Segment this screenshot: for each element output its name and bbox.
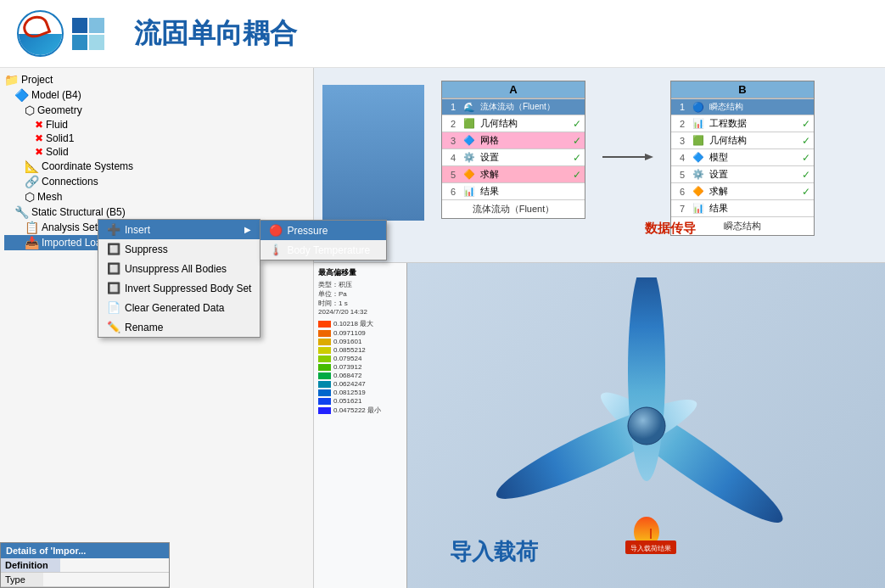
legend-color-0 [318, 321, 331, 328]
context-menu-clear[interactable]: 📄 Clear Generated Data [98, 298, 260, 317]
invert-icon: 🔲 [107, 282, 120, 294]
legend-color-1 [318, 330, 331, 337]
details-section-label: Definition [1, 558, 60, 572]
wf-label: 几何结构 [707, 134, 802, 147]
workbench-area: A 1 🌊 流体流动（Fluent） 2 🟩 几何结构 ✓ 3 [314, 68, 885, 263]
wf-label: 求解 [707, 185, 802, 198]
submenu-pressure[interactable]: 🔴 Pressure [260, 221, 386, 240]
legend-val-10: 0.0475222 最小 [333, 406, 381, 415]
legend-bar-4: 0.079524 [318, 355, 402, 362]
wf-num: 3 [675, 136, 690, 146]
wf-num: 5 [445, 170, 461, 180]
tree-label: Solid1 [46, 132, 74, 144]
details-type-row: Type [1, 573, 169, 587]
geometry-icon: ⬡ [25, 104, 35, 117]
check-icon: ✓ [573, 118, 581, 130]
tree-item-coord[interactable]: 📐 Coordinate Systems [4, 159, 309, 174]
context-menu-rename[interactable]: ✏️ Rename [98, 317, 260, 337]
check-icon: ✓ [802, 152, 810, 164]
context-menu-insert[interactable]: ➕ Insert ▶ 🔴 Pressure 🌡️ Body Temperatur… [98, 220, 260, 239]
tree-label: Project [21, 74, 53, 86]
wf-row-a6[interactable]: 6 📊 结果 [442, 182, 585, 199]
wf-label: 几何结构 [478, 117, 573, 130]
svg-text:导入载荷结果: 导入载荷结果 [630, 545, 671, 552]
context-menu-suppress-label: Suppress [125, 244, 168, 255]
tree-item-geometry[interactable]: ⬡ Geometry [4, 103, 309, 118]
wf-table-a: A 1 🌊 流体流动（Fluent） 2 🟩 几何结构 ✓ 3 [441, 81, 585, 219]
legend-val-5: 0.073912 [333, 363, 361, 371]
details-panel: Details of 'Impor... Definition Type [0, 542, 170, 588]
wf-row-b1[interactable]: 1 🔵 瞬态结构 [671, 98, 814, 115]
submenu: 🔴 Pressure 🌡️ Body Temperature [260, 220, 387, 260]
viz-3d: 导入载荷结果 导入载荷 [407, 263, 885, 588]
solveb-icon: 🔶 [690, 186, 707, 197]
tree-item-solid1[interactable]: ✖ Solid1 [4, 132, 309, 145]
wf-row-b5[interactable]: 5 ⚙️ 设置 ✓ [671, 165, 814, 182]
wf-num: 3 [445, 136, 461, 146]
tree-label: Model (B4) [31, 89, 81, 101]
wf-num: 5 [675, 170, 690, 180]
data-transfer-label: 数据传导 [645, 221, 696, 237]
wf-num: 4 [675, 153, 690, 163]
wf-row-b6[interactable]: 6 🔶 求解 ✓ [671, 182, 814, 199]
context-menu-unsuppress[interactable]: 🔲 Unsuppress All Bodies [98, 259, 260, 278]
check-icon: ✓ [573, 135, 581, 147]
wf-num: 4 [445, 153, 461, 163]
tree-item-project[interactable]: 📁 Project [4, 72, 309, 87]
logo-icon [17, 10, 64, 57]
wf-label: 求解 [478, 168, 573, 181]
context-menu-suppress[interactable]: 🔲 Suppress [98, 239, 260, 259]
fluid-x-icon: ✖ [35, 119, 43, 131]
legend-bar-7: 0.0624247 [318, 380, 402, 388]
legend-color-2 [318, 339, 331, 345]
legend-val-8: 0.0812519 [333, 389, 366, 396]
legend-bar-10: 0.0475222 最小 [318, 406, 402, 415]
result-icon: 📊 [461, 186, 478, 197]
check-icon: ✓ [573, 169, 581, 181]
wf-num: 2 [445, 119, 461, 129]
tree-item-solid[interactable]: ✖ Solid [4, 145, 309, 159]
legend-bar-3: 0.0855212 [318, 346, 402, 354]
legend-subtitle: 类型：积压 [318, 280, 402, 289]
wf-row-b7[interactable]: 7 📊 结果 [671, 199, 814, 216]
details-definition-row: Definition [1, 558, 169, 573]
tree-item-mesh[interactable]: ⬡ Mesh [4, 189, 309, 204]
wf-footer-a: 流体流动（Fluent） [442, 199, 585, 218]
submenu-body-temp[interactable]: 🌡️ Body Temperature [260, 240, 386, 260]
tree-item-model[interactable]: 🔷 Model (B4) [4, 87, 309, 103]
solid1-x-icon: ✖ [35, 132, 43, 144]
wf-col-header-b: B [671, 81, 814, 98]
right-area: A 1 🌊 流体流动（Fluent） 2 🟩 几何结构 ✓ 3 [314, 68, 885, 588]
wf-label: 模型 [707, 151, 802, 164]
tree-item-connections[interactable]: 🔗 Connections [4, 174, 309, 189]
context-menu-clear-label: Clear Generated Data [125, 302, 224, 314]
legend-val-7: 0.0624247 [333, 380, 366, 388]
submenu-pressure-label: Pressure [287, 225, 328, 237]
wf-row-b2[interactable]: 2 📊 工程数据 ✓ [671, 115, 814, 132]
svg-point-7 [628, 407, 665, 445]
wf-row-a2[interactable]: 2 🟩 几何结构 ✓ [442, 115, 585, 132]
legend-color-3 [318, 347, 331, 354]
tree-label: Connections [42, 176, 98, 188]
tree-item-fluid[interactable]: ✖ Fluid [4, 118, 309, 132]
legend-info2: 时间：1 s [318, 299, 402, 308]
check-icon: ✓ [802, 169, 810, 181]
wf-row-a5[interactable]: 5 🔶 求解 ✓ [442, 165, 585, 182]
wf-label: 设置 [478, 151, 573, 164]
wf-row-a3[interactable]: 3 🔷 网格 ✓ [442, 132, 585, 148]
wf-row-a4[interactable]: 4 ⚙️ 设置 ✓ [442, 148, 585, 165]
solve-icon: 🔶 [461, 169, 478, 180]
mesh-icon: ⬡ [25, 190, 35, 204]
main-content: 📁 Project 🔷 Model (B4) ⬡ Geometry ✖ Flui… [0, 68, 885, 588]
viz-area: 最高偏移量 类型：积压 单位：Pa 时间：1 s 2024/7/20 14:32… [314, 263, 885, 588]
details-type-key: Type [1, 573, 43, 586]
imported-icon: 📥 [25, 236, 39, 249]
legend-title: 最高偏移量 [318, 267, 402, 278]
tree-item-static[interactable]: 🔧 Static Structural (B5) [4, 204, 309, 220]
context-menu-invert[interactable]: 🔲 Invert Suppressed Body Set [98, 278, 260, 298]
wf-row-b4[interactable]: 4 🔷 模型 ✓ [671, 148, 814, 165]
legend-color-8 [318, 389, 331, 396]
legend-bar-1: 0.0971109 [318, 329, 402, 337]
wf-row-b3[interactable]: 3 🟩 几何结构 ✓ [671, 132, 814, 148]
wf-row-a1[interactable]: 1 🌊 流体流动（Fluent） [442, 98, 585, 115]
